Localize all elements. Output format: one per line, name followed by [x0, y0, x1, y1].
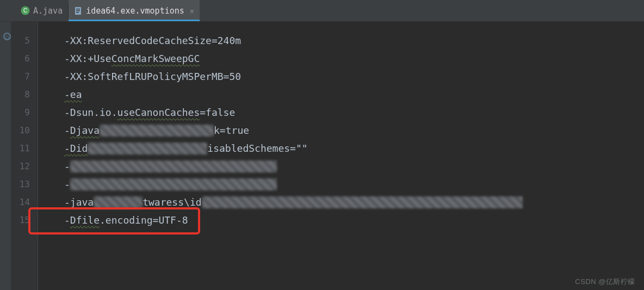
tab-vmoptions[interactable]: idea64.exe.vmoptions ✕: [69, 0, 200, 21]
code-line: -XX:+UseConcMarkSweepGC: [64, 50, 644, 67]
watermark: CSDN @亿斯柠檬: [575, 277, 635, 287]
close-icon[interactable]: ✕: [190, 7, 194, 15]
line-number: 15: [13, 211, 30, 229]
code-line: -Djava k=true: [64, 121, 644, 139]
line-number: 10: [13, 121, 30, 139]
tab-a-java[interactable]: C A.java: [15, 0, 68, 21]
line-number: 14: [13, 193, 30, 211]
line-number: 8: [13, 85, 30, 103]
line-number: 7: [13, 67, 30, 85]
line-number: 13: [13, 175, 30, 193]
tab-label: idea64.exe.vmoptions: [86, 6, 184, 16]
line-number: 5: [13, 32, 30, 50]
line-number: 12: [13, 157, 30, 175]
svg-text:C: C: [23, 8, 27, 14]
code-line: -Did isabledSchemes="": [64, 139, 644, 157]
code-line: -: [64, 175, 644, 193]
svg-rect-5: [76, 12, 79, 13]
svg-rect-3: [76, 9, 80, 9]
code-line: -XX:ReservedCodeCacheSize=240m: [64, 32, 644, 50]
text-file-icon: [74, 7, 83, 15]
java-class-icon: C: [21, 6, 30, 15]
code-line: -java twaress\id: [64, 193, 644, 211]
breakpoint-marker[interactable]: ○: [3, 33, 11, 40]
code-line: -: [64, 157, 644, 175]
line-number: 6: [13, 50, 30, 67]
tab-label: A.java: [33, 6, 63, 16]
gutter-strip: [0, 22, 11, 290]
tab-bar: C A.java idea64.exe.vmoptions ✕: [0, 0, 644, 22]
editor[interactable]: 5 6 7 8 9 10 11 12 13 14 15 -XX:Reserved…: [0, 22, 644, 290]
code-line: -Dfile.encoding=UTF-8: [64, 211, 644, 229]
line-number: 11: [13, 139, 30, 157]
svg-rect-4: [76, 10, 80, 11]
code-line: -XX:SoftRefLRUPolicyMSPerMB=50: [64, 67, 644, 85]
line-number: 9: [13, 103, 30, 121]
code-area[interactable]: -XX:ReservedCodeCacheSize=240m -XX:+UseC…: [38, 22, 644, 290]
code-line: -Dsun.io.useCanonCaches=false: [64, 103, 644, 121]
code-line: -ea: [64, 85, 644, 103]
